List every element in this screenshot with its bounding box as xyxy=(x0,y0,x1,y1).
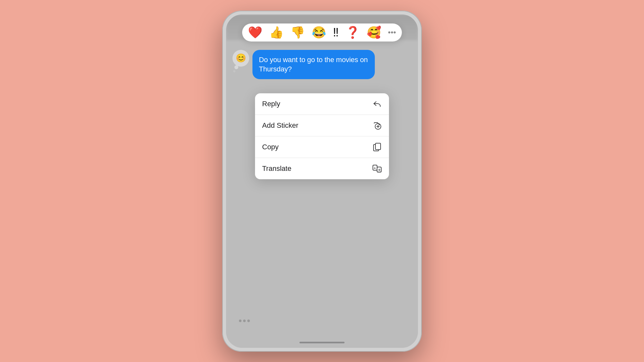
svg-text:文: 文 xyxy=(378,168,381,172)
context-menu: Reply Add Sticker xyxy=(255,93,389,179)
reply-icon xyxy=(372,99,382,109)
reaction-thumbsdown[interactable]: 👎 xyxy=(290,27,305,38)
reaction-love[interactable]: 🥰 xyxy=(367,27,381,38)
menu-item-copy[interactable]: Copy xyxy=(255,136,389,158)
menu-item-add-sticker[interactable]: Add Sticker xyxy=(255,115,389,136)
translate-icon: A 文 xyxy=(372,164,382,173)
svg-text:A: A xyxy=(374,167,376,170)
smiley-icon: 😊 xyxy=(236,53,246,63)
reply-label: Reply xyxy=(262,100,280,108)
screen-content: ❤️ 👍 👎 😂 ‼️ ❓ 🥰 ••• 😊 Do you want to go … xyxy=(226,14,418,348)
message-bubble: Do you want to go to the movies on Thurs… xyxy=(252,50,375,79)
svg-rect-2 xyxy=(375,143,381,150)
dot-2 xyxy=(243,320,246,322)
menu-item-reply[interactable]: Reply xyxy=(255,93,389,115)
reaction-more[interactable]: ••• xyxy=(388,29,396,36)
reaction-exclamation[interactable]: ‼️ xyxy=(333,27,339,38)
home-indicator xyxy=(299,342,345,343)
message-area: 😊 Do you want to go to the movies on Thu… xyxy=(232,50,412,79)
reaction-thumbsup[interactable]: 👍 xyxy=(269,27,284,38)
reaction-thought-bubble: 😊 xyxy=(232,50,249,67)
phone-frame: ❤️ 👍 👎 😂 ‼️ ❓ 🥰 ••• 😊 Do you want to go … xyxy=(222,11,422,352)
dot-3 xyxy=(247,320,250,322)
add-sticker-label: Add Sticker xyxy=(262,121,298,130)
reaction-haha[interactable]: 😂 xyxy=(312,27,326,38)
reaction-question[interactable]: ❓ xyxy=(346,27,360,38)
copy-icon xyxy=(372,142,382,152)
menu-item-translate[interactable]: Translate A 文 xyxy=(255,158,389,179)
message-text: Do you want to go to the movies on Thurs… xyxy=(259,56,368,73)
reaction-heart[interactable]: ❤️ xyxy=(248,27,262,38)
reaction-bar: ❤️ 👍 👎 😂 ‼️ ❓ 🥰 ••• xyxy=(242,23,402,42)
typing-indicator xyxy=(239,320,250,322)
translate-label: Translate xyxy=(262,164,291,173)
copy-label: Copy xyxy=(262,143,279,151)
phone-screen: ❤️ 👍 👎 😂 ‼️ ❓ 🥰 ••• 😊 Do you want to go … xyxy=(226,14,418,348)
dot-1 xyxy=(239,320,242,322)
add-sticker-icon xyxy=(372,121,382,130)
